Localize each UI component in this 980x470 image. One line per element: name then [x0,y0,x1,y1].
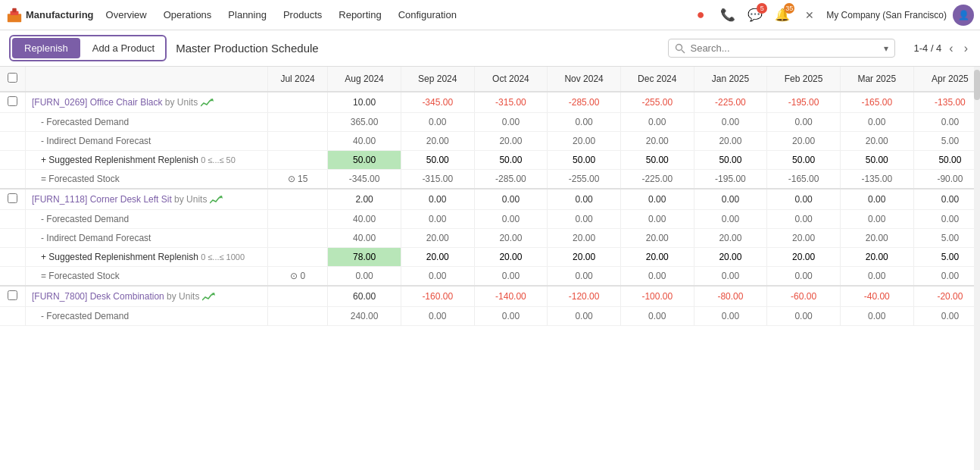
replenish-qty-input[interactable] [635,252,680,262]
replenish-value-cell[interactable] [268,151,328,170]
nav-products[interactable]: Products [276,6,329,24]
replenish-qty-input[interactable] [415,252,460,262]
replenish-value-cell[interactable] [268,248,328,267]
replenish-value-cell[interactable] [913,248,980,267]
replenish-qty-input[interactable] [854,252,900,262]
scrollbar-thumb[interactable] [974,70,980,100]
replenish-value-cell[interactable] [840,248,913,267]
nav-configuration[interactable]: Configuration [391,6,464,24]
replenish-value-cell[interactable] [474,151,548,170]
sub-value-cell: 5.00 [913,229,980,248]
replenish-name-cell: + Suggested Replenishment Replenish 0 ≤.… [26,151,268,170]
sub-value-cell: 5.00 [913,132,980,151]
replenish-qty-input[interactable] [342,252,387,262]
user-avatar[interactable]: 👤 [953,5,974,26]
replenish-check-cell [0,151,26,170]
sub-value-cell: 0.00 [840,113,913,132]
replenish-qty-input[interactable] [927,155,972,165]
sub-value-cell [268,307,328,326]
replenish-button[interactable]: Replenish [12,38,80,58]
trend-icon [202,293,216,302]
pagination-prev-button[interactable]: ‹ [946,40,956,57]
product-value-cell [268,286,328,307]
replenish-value-cell[interactable] [474,248,548,267]
replenish-qty-input[interactable] [707,252,753,262]
chat-badge: 5 [757,3,767,14]
sub-value-cell: 20.00 [401,132,474,151]
row-checkbox[interactable] [8,290,17,300]
replenish-qty-input[interactable] [561,252,607,262]
sub-value-cell: 20.00 [620,132,694,151]
replenish-qty-input[interactable] [781,252,826,262]
product-value-cell: 0.00 [840,189,913,210]
chat-icon-btn[interactable]: 💬 5 [744,5,766,26]
sub-value-cell: 20.00 [694,229,767,248]
product-name-cell[interactable]: [FURN_0269] Office Chair Black by Units [26,92,268,113]
app-logo[interactable]: Manufacturing [6,7,94,24]
row-checkbox[interactable] [8,193,17,203]
replenish-qty-input[interactable] [781,155,826,165]
replenish-value-cell[interactable] [620,151,694,170]
product-name-cell[interactable]: [FURN_1118] Corner Desk Left Sit by Unit… [26,189,268,210]
replenish-value-cell[interactable] [767,248,841,267]
product-value-cell: -195.00 [767,92,841,113]
bell-icon-btn[interactable]: 🔔 35 [772,5,793,26]
product-value-cell: -345.00 [401,92,474,113]
sub-value-cell: 20.00 [767,132,841,151]
close-btn[interactable]: ✕ [799,5,820,26]
forecast-value-cell: ⊙ 0 [268,267,328,287]
sub-value-cell: 0.00 [548,113,621,132]
replenish-qty-input[interactable] [927,252,972,262]
svg-point-3 [676,44,682,50]
replenish-value-cell[interactable] [548,151,621,170]
replenish-value-cell[interactable] [840,151,913,170]
replenish-value-cell[interactable] [694,151,767,170]
forecast-value-cell: -255.00 [548,170,621,190]
replenish-qty-input[interactable] [488,155,533,165]
sub-value-cell: 20.00 [474,132,548,151]
replenish-qty-input[interactable] [415,155,460,165]
svg-rect-2 [12,8,17,12]
pagination-next-button[interactable]: › [961,40,971,57]
replenish-qty-input[interactable] [561,155,607,165]
red-dot-btn[interactable]: ● [690,5,711,26]
replenish-value-cell[interactable] [620,248,694,267]
replenish-qty-input[interactable] [707,155,753,165]
add-product-button[interactable]: Add a Product [83,38,164,58]
product-value-cell: 0.00 [694,189,767,210]
header-product-col [26,67,268,92]
select-all-checkbox[interactable] [8,73,17,83]
nav-operations[interactable]: Operations [156,6,220,24]
phone-icon-btn[interactable]: 📞 [717,5,738,26]
product-name-cell[interactable]: [FURN_7800] Desk Combination by Units [26,286,268,307]
replenish-value-cell[interactable] [328,151,401,170]
forecast-value-cell: 0.00 [840,267,913,287]
search-input[interactable] [690,42,879,54]
search-dropdown-button[interactable]: ▾ [884,43,888,54]
forecast-value-cell: 0.00 [328,267,401,287]
replenish-qty-input[interactable] [342,155,387,165]
company-name[interactable]: My Company (San Francisco) [826,10,947,20]
replenish-value-cell[interactable] [401,151,474,170]
forecast-value-cell: -315.00 [401,170,474,190]
nav-overview[interactable]: Overview [98,6,154,24]
sub-value-cell: 0.00 [840,307,913,326]
nav-reporting[interactable]: Reporting [331,6,389,24]
replenish-value-cell[interactable] [913,151,980,170]
replenish-value-cell[interactable] [694,248,767,267]
table-container[interactable]: Jul 2024 Aug 2024 Sep 2024 Oct 2024 Nov … [0,67,980,470]
replenish-value-cell[interactable] [548,248,621,267]
replenish-qty-input[interactable] [488,252,533,262]
sub-value-cell: 365.00 [328,113,401,132]
header-nov2024: Nov 2024 [548,67,621,92]
nav-planning[interactable]: Planning [220,6,274,24]
product-value-cell: 0.00 [913,189,980,210]
replenish-qty-input[interactable] [635,155,680,165]
row-checkbox[interactable] [8,96,17,106]
replenish-value-cell[interactable] [328,248,401,267]
replenish-qty-input[interactable] [854,155,900,165]
forecast-value-cell: 0.00 [767,267,841,287]
nav-right-icons: ● 📞 💬 5 🔔 35 ✕ My Company (San Francisco… [690,5,974,26]
replenish-value-cell[interactable] [401,248,474,267]
replenish-value-cell[interactable] [767,151,841,170]
